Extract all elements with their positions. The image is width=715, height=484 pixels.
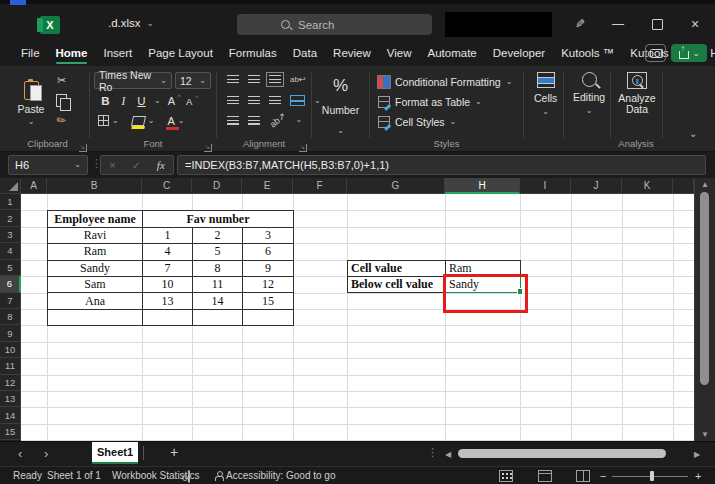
- column-header-I[interactable]: I: [520, 178, 571, 194]
- clipboard-dialog-launcher-icon[interactable]: ↘: [79, 144, 87, 152]
- align-bottom-icon[interactable]: [269, 75, 281, 84]
- row-header-11[interactable]: 11: [0, 358, 21, 374]
- hscroll-left-icon[interactable]: ◀: [445, 450, 451, 459]
- editing-button[interactable]: Editing ⌄: [573, 72, 605, 115]
- zoom-in-button[interactable]: +: [695, 470, 701, 482]
- row-header-9[interactable]: 9: [0, 325, 21, 341]
- column-header-K[interactable]: K: [622, 178, 673, 194]
- cell[interactable]: Cell value: [348, 261, 446, 277]
- row-header-13[interactable]: 13: [0, 391, 21, 407]
- row-header-2[interactable]: 2: [0, 210, 21, 226]
- cell[interactable]: Sandy: [48, 261, 143, 277]
- italic-button[interactable]: I: [118, 95, 129, 107]
- row-header-6[interactable]: 6: [0, 276, 21, 292]
- hscroll-right-icon[interactable]: ▶: [694, 450, 700, 459]
- ribbon-tab-review[interactable]: Review: [325, 41, 379, 66]
- zoom-out-button[interactable]: −: [600, 470, 606, 482]
- ribbon-tab-kutools[interactable]: Kutools ™: [553, 41, 622, 66]
- column-header-G[interactable]: G: [347, 178, 445, 194]
- comments-button[interactable]: [645, 44, 666, 62]
- scroll-down-icon[interactable]: ▼: [695, 430, 715, 439]
- minimize-button[interactable]: —: [606, 12, 630, 36]
- font-dialog-launcher-icon[interactable]: ↘: [204, 144, 212, 152]
- font-size-combo[interactable]: 12 ⌄: [175, 72, 211, 89]
- cell[interactable]: [48, 310, 143, 326]
- cancel-icon[interactable]: ×: [109, 159, 115, 171]
- ribbon-tab-developer[interactable]: Developer: [485, 41, 553, 66]
- row-header-14[interactable]: 14: [0, 407, 21, 423]
- cell[interactable]: 11: [193, 277, 243, 293]
- row-header-8[interactable]: 8: [0, 309, 21, 325]
- row-header-4[interactable]: 4: [0, 243, 21, 259]
- normal-view-button[interactable]: [499, 470, 513, 482]
- search-box[interactable]: Search: [237, 14, 432, 35]
- align-middle-icon[interactable]: [248, 75, 260, 84]
- align-center-icon[interactable]: [248, 96, 260, 105]
- vertical-scroll-thumb[interactable]: [700, 192, 709, 385]
- ribbon-tab-data[interactable]: Data: [285, 41, 325, 66]
- column-header-J[interactable]: J: [571, 178, 622, 194]
- cell[interactable]: 8: [193, 261, 243, 277]
- ribbon-tab-formulas[interactable]: Formulas: [221, 41, 285, 66]
- paste-button[interactable]: Paste ⌄: [12, 72, 50, 134]
- page-break-view-button[interactable]: [576, 470, 590, 482]
- cell[interactable]: Ravi: [48, 228, 143, 244]
- column-header-B[interactable]: B: [47, 178, 142, 194]
- row-header-12[interactable]: 12: [0, 375, 21, 391]
- analyze-data-button[interactable]: Analyze Data: [615, 72, 659, 115]
- sheet-tab-sheet1[interactable]: Sheet1: [92, 442, 138, 464]
- select-all-button[interactable]: [0, 178, 21, 194]
- cell[interactable]: 2: [193, 228, 243, 244]
- cell[interactable]: [243, 310, 294, 326]
- maximize-button[interactable]: [645, 12, 669, 36]
- column-header-H[interactable]: H: [445, 178, 520, 194]
- cells-button[interactable]: Cells ⌄: [534, 72, 557, 116]
- number-group[interactable]: % Number ⌄: [314, 66, 367, 152]
- grow-font-button[interactable]: A˄: [168, 95, 175, 107]
- column-header-E[interactable]: E: [242, 178, 293, 194]
- cell[interactable]: Below cell value: [348, 277, 446, 293]
- cell[interactable]: 9: [243, 261, 294, 277]
- borders-icon[interactable]: [98, 115, 109, 126]
- ribbon-tab-file[interactable]: File: [13, 41, 48, 66]
- chevron-down-icon[interactable]: ⌄: [178, 117, 185, 125]
- share-button[interactable]: ⌄: [671, 44, 707, 62]
- column-header-A[interactable]: A: [21, 178, 47, 194]
- cell[interactable]: Sandy: [446, 277, 521, 293]
- cell[interactable]: 10: [143, 277, 193, 293]
- chevron-down-icon[interactable]: ⌄: [148, 117, 155, 125]
- add-sheet-button[interactable]: +: [170, 444, 178, 460]
- display-settings-icon[interactable]: [188, 470, 190, 483]
- column-header-F[interactable]: F: [293, 178, 347, 194]
- conditional-formatting-button[interactable]: Conditional Formatting ⌄: [378, 73, 512, 90]
- chevron-down-icon[interactable]: ⌄: [112, 117, 119, 125]
- cell[interactable]: 14: [193, 293, 243, 309]
- vertical-scrollbar[interactable]: ▲ ▼: [694, 178, 715, 441]
- row-header-1[interactable]: 1: [0, 194, 21, 210]
- close-button[interactable]: ×: [683, 12, 707, 36]
- ribbon-tab-page-layout[interactable]: Page Layout: [140, 41, 221, 66]
- row-header-7[interactable]: 7: [0, 293, 21, 309]
- cell[interactable]: 4: [143, 244, 193, 260]
- sheet-nav-left-icon[interactable]: ‹: [18, 446, 22, 462]
- format-as-table-button[interactable]: Format as Table ⌄: [378, 93, 482, 110]
- bold-button[interactable]: B: [100, 95, 111, 107]
- wrap-text-icon[interactable]: ab↩: [290, 76, 306, 84]
- file-name-menu[interactable]: .d.xlsx ⌄: [108, 17, 154, 29]
- formula-input[interactable]: =INDEX(B3:B7,MATCH(H5,B3:B7,0)+1,1): [177, 155, 706, 175]
- cell[interactable]: Ram: [48, 244, 143, 260]
- ribbon-tab-insert[interactable]: Insert: [95, 41, 140, 66]
- ribbon-tab-automate[interactable]: Automate: [420, 41, 485, 66]
- accessibility-status[interactable]: Accessibility: Good to go: [226, 470, 336, 481]
- cell[interactable]: Employee name: [48, 211, 143, 227]
- cell[interactable]: [143, 310, 193, 326]
- row-header-10[interactable]: 10: [0, 342, 21, 358]
- chevron-down-icon[interactable]: ⌄: [154, 97, 161, 105]
- column-header-D[interactable]: D: [192, 178, 242, 194]
- merge-center-icon[interactable]: [290, 95, 305, 106]
- enter-icon[interactable]: ✓: [132, 160, 140, 171]
- increase-indent-icon[interactable]: [248, 116, 260, 125]
- column-header-C[interactable]: C: [142, 178, 192, 194]
- row-header-5[interactable]: 5: [0, 260, 21, 276]
- shrink-font-button[interactable]: A˅: [186, 96, 192, 107]
